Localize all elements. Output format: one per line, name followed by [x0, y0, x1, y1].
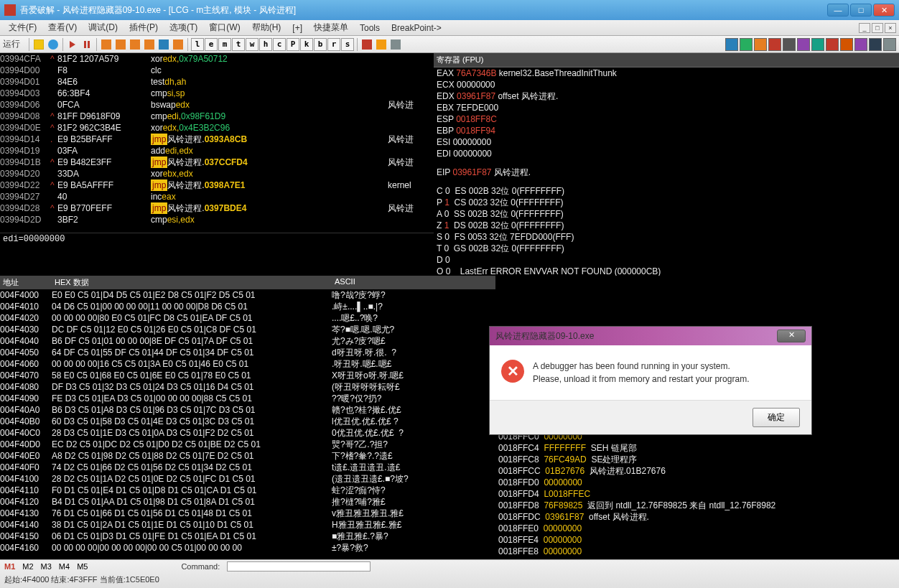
stack-row[interactable]: 0018FFE8 00000000 [495, 546, 899, 557]
stack-row[interactable]: 0018FFDC 03961F87 offset 风铃进程. [495, 511, 899, 523]
hex-row[interactable]: 004F416000 00 00 00|00 00 00 00|00 00 C5… [0, 542, 495, 554]
disasm-row[interactable]: 03994D0E^81F2 962C3B4Exor edx,0x4E3B2C96 [0, 122, 434, 134]
stack-row[interactable]: 0018FFC4 FFFFFFFF SEH 链尾部 [495, 442, 899, 454]
mdi-close[interactable]: × [885, 23, 896, 33]
disasm-row[interactable]: 03994D2740inc eax [0, 191, 434, 202]
right-icon-1[interactable] [740, 38, 753, 51]
right-icon-6[interactable] [811, 38, 824, 51]
stack-row[interactable]: 0018FFCC 01B27676 风铃进程.01B27676 [495, 465, 899, 477]
flag-Z[interactable]: Z 1 DS 002B 32位 0(FFFFFFFF) [434, 220, 899, 231]
stack-row[interactable]: 0018FFE4 00000000 [495, 534, 899, 546]
letter-e-button[interactable]: e [205, 38, 218, 51]
menu-tools[interactable]: Tools [354, 23, 386, 33]
marker-m4[interactable]: M4 [59, 562, 70, 571]
flag-S[interactable]: S 0 FS 0053 32位 7EFDD000(FFF) [434, 231, 899, 243]
step4-button[interactable] [143, 38, 156, 51]
disasm-row[interactable]: 03994CFA^81F2 1207A579xor edx,0x79A50712 [0, 53, 434, 65]
right-icon-10[interactable] [869, 38, 882, 51]
menu-view[interactable]: 查看(V) [42, 22, 83, 34]
extra3-button[interactable] [389, 38, 402, 51]
disasm-row[interactable]: 03994D28^E9 B770FEFFjmp 风铃进程.0397BDE4 [0, 202, 434, 214]
hex-row[interactable]: 004F4000E0 E0 C5 01|D4 D5 C5 01|E2 D8 C5… [0, 289, 495, 301]
letter-m-button[interactable]: m [218, 38, 231, 51]
letter-P-button[interactable]: P [287, 38, 299, 51]
hex-row[interactable]: 004F402000 00 00 00|80 E0 C5 01|FC D8 C5… [0, 312, 495, 324]
marker-m1[interactable]: M1 [4, 562, 15, 571]
register-ESI[interactable]: ESI 00000000 [434, 136, 899, 148]
maximize-button[interactable]: □ [850, 4, 872, 17]
disasm-row[interactable]: 03994D1B^E9 B482E3FFjmp 风铃进程.037CCFD4 [0, 157, 434, 168]
register-EDX[interactable]: EDX 03961F87 offset 风铃进程. [434, 90, 899, 102]
extra1-button[interactable] [360, 38, 373, 51]
hex-row[interactable]: 004F4120B4 D1 C5 01|AA D1 C5 01|98 D1 C5… [0, 496, 495, 508]
hex-row[interactable]: 004F405064 DF C5 01|55 DF C5 01|44 DF C5… [0, 347, 495, 358]
hex-row[interactable]: 004F414038 D1 C5 01|2A D1 C5 01|1E D1 C5… [0, 519, 495, 531]
disasm-row[interactable]: 03994D0184E6test dh,ah [0, 76, 434, 88]
hex-row[interactable]: 004F40D0EC D2 C5 01|DC D2 C5 01|D0 D2 C5… [0, 439, 495, 450]
hex-row[interactable]: 004F4090FE D3 C5 01|EA D3 C5 01|00 00 00… [0, 393, 495, 404]
marker-m2[interactable]: M2 [22, 562, 33, 571]
step3-button[interactable] [129, 38, 141, 51]
stack-row[interactable]: 0018FFD8 76F89825 返回到 ntdll_12.76F89825 … [495, 500, 899, 511]
menu-help[interactable]: 帮助(H) [246, 22, 287, 34]
menu-quick[interactable]: 快捷菜单 [308, 22, 354, 34]
dialog-ok-button[interactable]: 确定 [753, 408, 800, 427]
register-EAX[interactable]: EAX 76A7346B kernel32.BaseThreadInitThun… [434, 67, 899, 79]
flag-P[interactable]: P 1 CS 0023 32位 0(FFFFFFFF) [434, 197, 899, 208]
hex-row[interactable]: 004F415006 D1 C5 01|D3 D1 C5 01|FE D1 C5… [0, 531, 495, 542]
right-icon-7[interactable] [826, 38, 839, 51]
register-EBX[interactable]: EBX 7EFDE000 [434, 102, 899, 113]
refresh-button[interactable] [47, 38, 60, 51]
letter-s-button[interactable]: s [341, 38, 354, 51]
right-icon-8[interactable] [840, 38, 853, 51]
minimize-button[interactable]: — [827, 4, 849, 17]
disasm-row[interactable]: 03994D060FCAbswap edx [0, 99, 434, 111]
hex-row[interactable]: 004F401004 D6 C5 01|00 00 00 00|11 00 00… [0, 301, 495, 312]
hex-row[interactable]: 004F4040B6 DF C5 01|01 00 00 00|8E DF C5… [0, 335, 495, 347]
disassembly-pane[interactable]: 03994CFA^81F2 1207A579xor edx,0x79A50712… [0, 53, 434, 233]
right-icon-3[interactable] [768, 38, 781, 51]
letter-b-button[interactable]: b [314, 38, 327, 51]
close-button[interactable]: ✕ [873, 4, 895, 17]
mdi-minimize[interactable]: _ [859, 23, 870, 33]
menu-debug[interactable]: 调试(D) [83, 22, 124, 34]
stack-row[interactable]: 0018FFE0 00000000 [495, 523, 899, 534]
step2-button[interactable] [114, 38, 127, 51]
run-button[interactable] [66, 38, 79, 51]
disasm-row[interactable]: 03994D1903FAadd edi,edx [0, 145, 434, 157]
hex-row[interactable]: 004F40B060 D3 C5 01|58 D3 C5 01|4E D3 C5… [0, 416, 495, 427]
letter-w-button[interactable]: w [246, 38, 258, 51]
stack-row[interactable]: 0018FFD4 L0018FFEC [495, 488, 899, 500]
flag-O[interactable]: O 0 LastErr ERROR ENVVAR NOT FOUND (0000… [434, 266, 899, 276]
step1-button[interactable] [100, 38, 113, 51]
stack-row[interactable]: 0018FFC8 76FC49AD SE处理程序 [495, 454, 899, 465]
letter-r-button[interactable]: r [327, 38, 340, 51]
hex-row[interactable]: 004F406000 00 00 00|16 C5 C5 01|3A E0 C5… [0, 358, 495, 370]
hex-row[interactable]: 004F4030DC DF C5 01|12 E0 C5 01|26 E0 C5… [0, 324, 495, 335]
mdi-restore[interactable]: □ [872, 23, 883, 33]
disasm-row[interactable]: 03994D08^81FF D9618F09cmp edi,0x98F61D9 [0, 111, 434, 122]
stack-row[interactable]: 0018FFD0 00000000 [495, 477, 899, 488]
register-ESP[interactable]: ESP 0018FF8C [434, 113, 899, 125]
menu-window[interactable]: 窗口(W) [203, 22, 246, 34]
marker-m3[interactable]: M3 [41, 562, 52, 571]
menu-file[interactable]: 文件(F) [3, 22, 42, 34]
flag-C[interactable]: C 0 ES 002B 32位 0(FFFFFFFF) [434, 185, 899, 197]
disasm-row[interactable]: 03994D14.E9 B25BFAFFjmp 风铃进程.0393A8CB [0, 134, 434, 145]
disasm-row[interactable]: 03994D0366:3BF4cmp si,sp [0, 88, 434, 99]
marker-m5[interactable]: M5 [77, 562, 88, 571]
disasm-row[interactable]: 03994D2D3BF2cmp esi,edx [0, 214, 434, 225]
command-input[interactable] [227, 561, 371, 571]
hex-row[interactable]: 004F410028 D2 C5 01|1A D2 C5 01|0E D2 C5… [0, 473, 495, 485]
flag-D[interactable]: D 0 [434, 254, 899, 266]
letter-t-button[interactable]: t [232, 38, 245, 51]
hex-row[interactable]: 004F40E0A8 D2 C5 01|98 D2 C5 01|88 D2 C5… [0, 450, 495, 462]
disasm-row[interactable]: 03994D00F8clc [0, 65, 434, 76]
hex-row[interactable]: 004F40C028 D3 C5 01|1E D3 C5 01|0A D3 C5… [0, 427, 495, 439]
letter-h-button[interactable]: h [259, 38, 272, 51]
dialog-titlebar[interactable]: 风铃进程隐藏器09-10.exe ✕ [490, 327, 811, 345]
pause-button[interactable] [80, 38, 93, 51]
hex-row[interactable]: 004F4080DF D3 C5 01|32 D3 C5 01|24 D3 C5… [0, 381, 495, 393]
hex-row[interactable]: 004F40F074 D2 C5 01|66 D2 C5 01|56 D2 C5… [0, 462, 495, 473]
disasm-row[interactable]: 03994D22^E9 BA5AFFFFjmp 风铃进程.0398A7E1 [0, 179, 434, 191]
